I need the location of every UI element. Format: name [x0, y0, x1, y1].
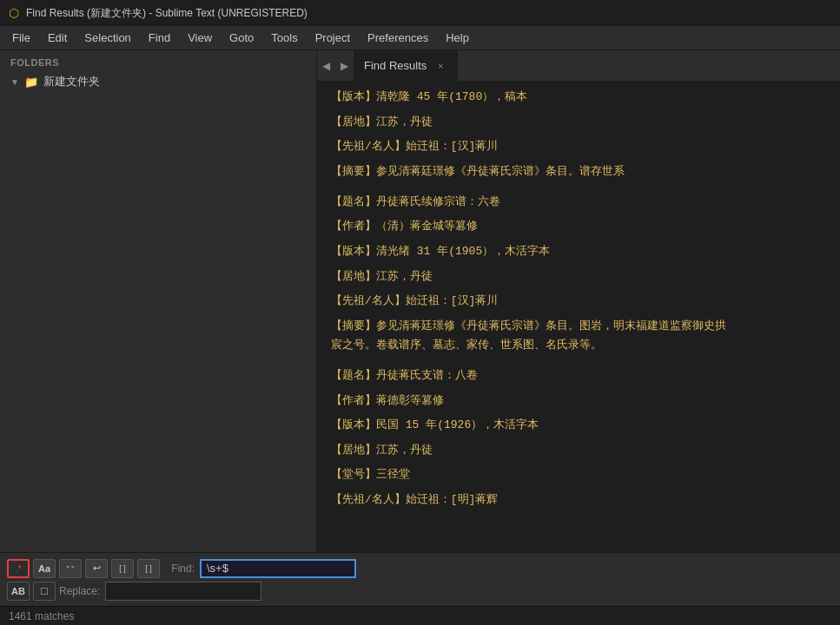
menu-item-goto[interactable]: Goto — [221, 26, 262, 49]
menu-item-tools[interactable]: Tools — [262, 26, 306, 49]
in-selection-button[interactable]: [ ] — [111, 559, 134, 578]
content-line: 宸之号。卷载谱序、墓志、家传、世系图、名氏录等。 — [317, 336, 840, 355]
folder-name: 新建文件夹 — [43, 74, 100, 89]
tab-close-button[interactable]: × — [433, 59, 447, 73]
content-line: 【居地】江苏，丹徒 — [317, 267, 840, 286]
content-line: 【题名】丹徒蒋氏支谱：八卷 — [317, 366, 840, 385]
whole-word-box-button[interactable]: □ — [33, 582, 56, 601]
menu-item-view[interactable]: View — [179, 26, 221, 49]
folder-icon: 📁 — [24, 76, 38, 89]
sidebar: FOLDERS ▼ 📁 新建文件夹 — [0, 50, 317, 552]
title-bar: ⬡ Find Results (新建文件夹) - Sublime Text (U… — [0, 0, 840, 26]
app-icon: ⬡ — [9, 6, 19, 20]
content-line: 【堂号】三径堂 — [317, 465, 840, 484]
title-text: Find Results (新建文件夹) - Sublime Text (UNR… — [26, 6, 308, 21]
find-results-tab[interactable]: Find Results × — [354, 50, 459, 81]
tab-label: Find Results — [364, 59, 427, 72]
menu-item-edit[interactable]: Edit — [39, 26, 76, 49]
case-sensitive-button[interactable]: Aa — [33, 559, 56, 578]
find-bar: .* Aa " " ↩ [ ] [ ] Find: AB □ Replace: — [0, 552, 840, 606]
content-line: 【版本】清光绪 31 年(1905），木活字本 — [317, 242, 840, 261]
replace-label: Replace: — [59, 585, 100, 597]
main-area: FOLDERS ▼ 📁 新建文件夹 ◀ ▶ Find Results × 【版本… — [0, 50, 840, 552]
content-line: 【先祖/名人】始迁祖：[汉]蒋川 — [317, 137, 840, 156]
menu-bar: FileEditSelectionFindViewGotoToolsProjec… — [0, 26, 840, 50]
tab-nav-right[interactable]: ▶ — [335, 50, 354, 81]
content-line: 【作者】（清）蒋金城等篡修 — [317, 217, 840, 236]
menu-item-find[interactable]: Find — [140, 26, 179, 49]
status-bar: 1461 matches — [0, 606, 840, 625]
menu-item-selection[interactable]: Selection — [76, 26, 139, 49]
content-line: 【题名】丹徒蒋氏续修宗谱：六卷 — [317, 193, 840, 212]
menu-item-preferences[interactable]: Preferences — [359, 26, 437, 49]
content-line: 【摘要】参见清蒋廷璟修《丹徒蒋氏宗谱》条目。图岩，明末福建道监察御史拱 — [317, 317, 840, 336]
folders-header: FOLDERS — [0, 50, 316, 71]
replace-row: AB □ Replace: — [7, 580, 833, 602]
editor-content: 【版本】清乾隆 45 年(1780），稿本 【居地】江苏，丹徒 【先祖/名人】始… — [317, 81, 840, 552]
content-line: 【先祖/名人】始迁祖：[汉]蒋川 — [317, 292, 840, 311]
editor-area: ◀ ▶ Find Results × 【版本】清乾隆 45 年(1780），稿本… — [317, 50, 840, 552]
menu-item-file[interactable]: File — [3, 26, 39, 49]
folder-item[interactable]: ▼ 📁 新建文件夹 — [0, 71, 316, 92]
content-line: 【摘要】参见清蒋廷璟修《丹徒蒋氏宗谱》条目。谱存世系 — [317, 162, 840, 181]
matches-count: 1461 matches — [9, 610, 74, 622]
find-input[interactable] — [200, 559, 356, 578]
highlight-button[interactable]: [ ] — [137, 559, 160, 578]
content-line: 【先祖/名人】始迁祖：[明]蒋辉 — [317, 490, 840, 510]
menu-item-project[interactable]: Project — [307, 26, 359, 49]
case-sensitive-ab-button[interactable]: AB — [7, 582, 30, 601]
menu-item-help[interactable]: Help — [437, 26, 478, 49]
content-line: 【版本】清乾隆 45 年(1780），稿本 — [317, 88, 840, 107]
tab-bar: ◀ ▶ Find Results × — [317, 50, 840, 81]
wrap-button[interactable]: ↩ — [85, 559, 108, 578]
regex-button[interactable]: .* — [7, 559, 30, 578]
content-line: 【作者】蒋德彰等篡修 — [317, 391, 840, 411]
folder-arrow-icon: ▼ — [10, 77, 19, 87]
find-label: Find: — [163, 562, 195, 575]
content-line: 【版本】民国 15 年(1926），木活字本 — [317, 416, 840, 435]
find-row: .* Aa " " ↩ [ ] [ ] Find: — [7, 557, 833, 580]
replace-input[interactable] — [105, 582, 261, 601]
whole-word-button[interactable]: " " — [59, 559, 82, 578]
content-line: 【居地】江苏，丹徒 — [317, 113, 840, 132]
content-line: 【居地】江苏，丹徒 — [317, 441, 840, 460]
tab-nav-left[interactable]: ◀ — [317, 50, 335, 81]
